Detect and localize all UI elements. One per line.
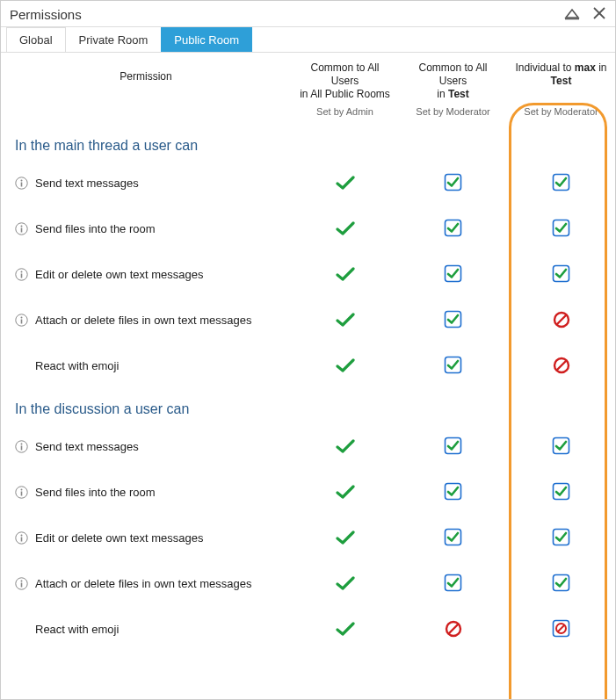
cell-col2 <box>399 607 507 653</box>
section-header: In the discussion a user can <box>1 389 615 424</box>
checkbox-checked-icon[interactable] <box>552 528 570 546</box>
cell-col3 <box>507 516 615 561</box>
cell-col3 <box>507 161 615 206</box>
cell-col3 <box>507 561 615 607</box>
checkbox-checked-icon[interactable] <box>444 264 462 283</box>
permission-label-wrap: Send files into the room <box>6 485 286 501</box>
minimize-icon[interactable] <box>564 6 580 23</box>
permission-label: Send text messages <box>35 176 139 191</box>
checkmark-icon <box>336 438 355 454</box>
cell-col2 <box>399 343 507 389</box>
permission-row: React with emoji <box>1 343 615 389</box>
close-icon[interactable] <box>592 6 606 23</box>
cell-col2 <box>399 206 507 252</box>
titlebar: Permissions <box>1 1 615 27</box>
cell-col1 <box>291 343 399 389</box>
tab-global[interactable]: Global <box>6 27 66 52</box>
checkbox-checked-icon[interactable] <box>552 219 570 237</box>
cell-col1 <box>291 470 399 516</box>
tabs: Global Private Room Public Room <box>1 27 615 53</box>
section-title: In the discussion a user can <box>1 389 615 424</box>
permission-label-wrap: Send text messages <box>6 439 286 455</box>
cell-col2 <box>399 161 507 206</box>
checkmark-icon <box>336 312 355 328</box>
checkbox-checked-icon[interactable] <box>444 574 462 592</box>
cell-col2 <box>399 424 507 470</box>
cell-col3 <box>507 343 615 389</box>
permission-row: Send text messages <box>1 424 615 470</box>
checkbox-checked-icon[interactable] <box>444 528 462 546</box>
cell-col3 <box>507 206 615 252</box>
cell-col2 <box>399 561 507 607</box>
checkbox-checked-icon[interactable] <box>552 173 570 191</box>
permission-label-wrap: Attach or delete files in own text messa… <box>6 313 286 328</box>
permission-label: Send files into the room <box>35 221 156 237</box>
cell-col1 <box>291 607 399 653</box>
window-controls <box>564 6 606 23</box>
col3-subheader: Set by Moderator <box>507 103 615 126</box>
prohibited-icon <box>553 311 570 328</box>
cell-col2 <box>399 252 507 298</box>
permission-label-wrap: React with emoji <box>6 622 286 638</box>
cell-col3 <box>507 607 615 653</box>
permission-row: Attach or delete files in own text messa… <box>1 561 615 607</box>
info-icon[interactable] <box>15 177 28 190</box>
info-icon[interactable] <box>15 486 28 499</box>
permission-row: Edit or delete own text messages <box>1 516 615 561</box>
cell-col3 <box>507 424 615 470</box>
cell-col1 <box>291 424 399 470</box>
checkbox-checked-icon[interactable] <box>444 356 462 374</box>
checkbox-checked-icon[interactable] <box>552 437 570 455</box>
permission-label-wrap: Attach or delete files in own text messa… <box>6 576 286 592</box>
permission-row: Send text messages <box>1 161 615 206</box>
cell-col2 <box>399 470 507 516</box>
permission-label: Send files into the room <box>35 485 156 501</box>
prohibited-icon <box>553 357 570 374</box>
col2-subheader: Set by Moderator <box>399 103 507 126</box>
checkbox-checked-icon[interactable] <box>552 264 570 283</box>
permission-row: Send files into the room <box>1 206 615 252</box>
permission-label-wrap: React with emoji <box>6 358 286 374</box>
info-icon[interactable] <box>15 531 28 545</box>
info-icon[interactable] <box>15 314 28 327</box>
cell-col3 <box>507 470 615 516</box>
section-header: In the main thread a user can <box>1 126 615 161</box>
permission-row: Edit or delete own text messages <box>1 252 615 298</box>
info-icon[interactable] <box>15 268 28 281</box>
info-icon[interactable] <box>15 440 28 453</box>
permission-label: React with emoji <box>35 622 119 638</box>
permission-label: React with emoji <box>35 358 119 374</box>
tab-private-room[interactable]: Private Room <box>66 27 162 52</box>
tab-public-room[interactable]: Public Room <box>161 27 252 52</box>
checkmark-icon <box>336 621 355 637</box>
col-header-individual: Individual to max in Test <box>507 53 615 103</box>
content-area: Permission Common to All Users in All Pu… <box>1 53 615 653</box>
permission-label-wrap: Edit or delete own text messages <box>6 267 286 283</box>
checkbox-checked-icon[interactable] <box>444 437 462 455</box>
permission-row: React with emoji <box>1 607 615 653</box>
checkbox-checked-icon[interactable] <box>552 482 570 501</box>
cell-col3 <box>507 298 615 343</box>
info-icon[interactable] <box>15 222 28 235</box>
checkmark-icon <box>336 575 355 591</box>
info-icon[interactable] <box>15 577 28 590</box>
checkbox-checked-icon[interactable] <box>444 482 462 501</box>
cell-col3 <box>507 252 615 298</box>
table-header-row: Permission Common to All Users in All Pu… <box>1 53 615 103</box>
permission-label: Attach or delete files in own text messa… <box>35 313 251 328</box>
checkmark-icon <box>336 530 355 545</box>
cell-col2 <box>399 298 507 343</box>
checkbox-checked-icon[interactable] <box>552 574 570 592</box>
col-header-room: Common to All Users in Test <box>399 53 507 103</box>
checkbox-checked-icon[interactable] <box>444 219 462 237</box>
table-subheader-row: Set by Admin Set by Moderator Set by Mod… <box>1 103 615 126</box>
permission-label-wrap: Edit or delete own text messages <box>6 530 286 546</box>
cell-col1 <box>291 161 399 206</box>
checkmark-icon <box>336 175 355 191</box>
col1-subheader: Set by Admin <box>291 103 399 126</box>
permission-label: Edit or delete own text messages <box>35 530 204 546</box>
checkbox-checked-icon[interactable] <box>444 173 462 191</box>
checkbox-prohibited-icon[interactable] <box>552 619 570 638</box>
checkbox-checked-icon[interactable] <box>444 310 462 328</box>
cell-col1 <box>291 516 399 561</box>
